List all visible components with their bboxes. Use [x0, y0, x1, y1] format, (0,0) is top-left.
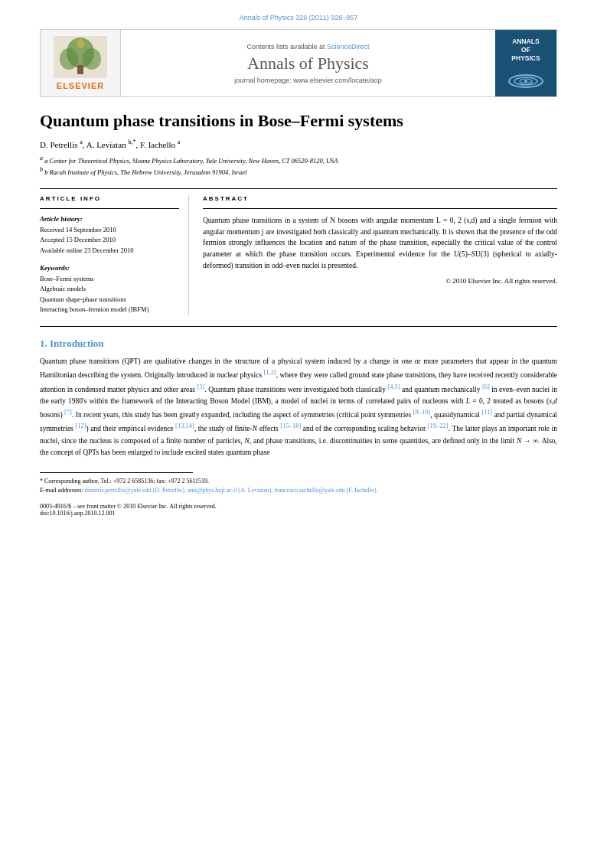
article-info-heading: ARTICLE INFO [40, 195, 179, 202]
annals-logo-text: ANNALS OF PHYSICS [511, 38, 540, 63]
history-label: Article history: [40, 215, 179, 223]
keyword-4: Interacting boson–fermion model (IBFM) [40, 305, 179, 315]
abstract-heading: ABSTRACT [203, 195, 557, 202]
body-divider [40, 326, 557, 327]
elsevier-logo-box: ELSEVIER [41, 30, 121, 96]
keyword-3: Quantum shape-phase transitions [40, 295, 179, 305]
article-title: Quantum phase transitions in Bose–Fermi … [40, 111, 557, 131]
accepted-date: Accepted 15 December 2010 [40, 235, 179, 246]
citation-text: Annals of Physics 326 (2011) 926–957 [240, 14, 358, 21]
journal-title-header: Annals of Physics [247, 54, 369, 73]
info-abstract-section: ARTICLE INFO Article history: Received 1… [40, 195, 557, 315]
keyword-1: Bose–Fermi systems [40, 274, 179, 285]
footnote-corresponding: * Corresponding author. Tel.: +972 2 658… [40, 477, 557, 495]
abstract-text: Quantum phase transitions in a system of… [203, 215, 557, 272]
keyword-2: Algebraic models [40, 284, 179, 295]
intro-paragraph-1: Quantum phase transitions (QPT) are qual… [40, 356, 557, 458]
affiliations: a a Center for Theoretical Physics, Sloa… [40, 154, 557, 178]
annals-wave-icon [505, 66, 547, 89]
abstract-divider [203, 208, 557, 209]
elsevier-label: ELSEVIER [57, 81, 104, 90]
svg-point-2 [60, 48, 78, 70]
journal-header: ELSEVIER Contents lists available at Sci… [40, 29, 557, 97]
contents-line: Contents lists available at ScienceDirec… [246, 43, 369, 51]
sciencedirect-link[interactable]: ScienceDirect [327, 43, 370, 51]
elsevier-tree-icon [54, 36, 107, 78]
available-date: Available online 23 December 2010 [40, 246, 179, 256]
journal-homepage: journal homepage: www.elsevier.com/locat… [234, 77, 382, 84]
annals-logo-box: ANNALS OF PHYSICS [495, 30, 556, 96]
header-divider [40, 188, 557, 189]
footnote-divider [40, 472, 193, 473]
keywords-label: Keywords: [40, 264, 179, 272]
article-info-col: ARTICLE INFO Article history: Received 1… [40, 195, 189, 315]
footnote-email-label: E-mail addresses: [40, 487, 83, 494]
copyright-line: © 2010 Elsevier Inc. All rights reserved… [203, 277, 557, 285]
intro-section-title: 1. Introduction [40, 338, 557, 350]
svg-point-3 [83, 48, 101, 70]
footer-bottom: 0003-4916/$ – see front matter © 2010 El… [40, 503, 557, 517]
issn-line: 0003-4916/$ – see front matter © 2010 El… [40, 503, 557, 510]
svg-rect-4 [77, 65, 83, 74]
svg-point-5 [77, 39, 84, 48]
info-divider [40, 208, 179, 209]
received-date: Received 14 September 2010 [40, 225, 179, 236]
doi-line: doi:10.1016/j.aop.2010.12.001 [40, 510, 557, 517]
authors-line: D. Petrellis a, A. Leviatan b,*, F. Iach… [40, 139, 557, 149]
journal-center: Contents lists available at ScienceDirec… [121, 30, 495, 96]
footnote-emails: dimitris.petrellis@yale.edu (D. Petrelli… [85, 487, 378, 494]
abstract-col: ABSTRACT Quantum phase transitions in a … [203, 195, 557, 315]
citation-line: Annals of Physics 326 (2011) 926–957 [40, 14, 557, 21]
svg-point-9 [524, 80, 527, 83]
